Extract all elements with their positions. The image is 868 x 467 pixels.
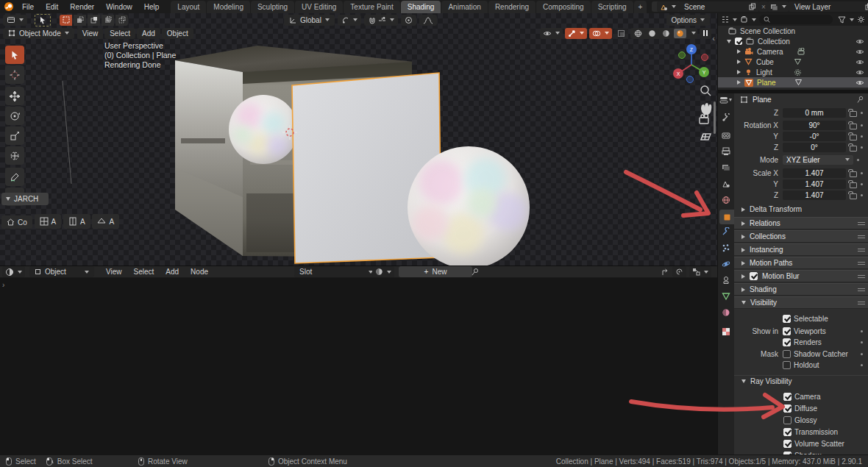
- options-dropdown[interactable]: Options: [666, 15, 710, 26]
- renders-checkbox[interactable]: [783, 338, 791, 346]
- collection-expand-arrow[interactable]: [727, 40, 731, 43]
- tab-scripting[interactable]: Scripting: [591, 1, 633, 13]
- tool-scale[interactable]: [5, 126, 24, 145]
- animate-dot[interactable]: [861, 341, 863, 343]
- jarch-window-button[interactable]: A: [63, 214, 90, 229]
- transform-orientation-dropdown[interactable]: Global: [284, 15, 335, 26]
- rotation-mode-dropdown[interactable]: XYZ Euler: [783, 155, 853, 165]
- ray-volume-scatter-checkbox[interactable]: [783, 440, 791, 448]
- tool-select-box[interactable]: [5, 46, 24, 64]
- viewport-scrollbar[interactable]: [714, 101, 716, 134]
- tab-tool[interactable]: [722, 113, 730, 122]
- snap-target-dropdown[interactable]: [338, 15, 361, 26]
- sidebar-collapse-arrow[interactable]: ‹: [712, 34, 715, 43]
- ray-glossy-checkbox[interactable]: [783, 416, 791, 424]
- xray-toggle[interactable]: [614, 28, 628, 39]
- tab-view-layer[interactable]: [722, 163, 730, 172]
- tab-sculpting[interactable]: Sculpting: [251, 1, 294, 13]
- rotation-y-field[interactable]: -0°: [783, 132, 846, 141]
- jarch-tab[interactable]: JARCH: [1, 193, 49, 205]
- menu-render[interactable]: Render: [64, 0, 100, 13]
- drag-handle-icon[interactable]: [858, 247, 865, 253]
- shading-options-chevron[interactable]: [691, 32, 696, 35]
- eye-icon[interactable]: [855, 79, 864, 86]
- lock-icon[interactable]: [850, 182, 857, 188]
- jarch-floor-button[interactable]: A: [35, 214, 62, 229]
- shader-type-dropdown[interactable]: Object: [29, 266, 94, 277]
- overlay-node-dropdown[interactable]: [689, 266, 711, 277]
- viewport-menu-object[interactable]: Object: [162, 28, 193, 39]
- snap-toggle-button[interactable]: [364, 15, 398, 26]
- viewport-menu-select[interactable]: Select: [104, 28, 135, 39]
- view-layer-name-field[interactable]: View Layer: [789, 1, 863, 12]
- drag-handle-icon[interactable]: [858, 234, 865, 240]
- tab-output[interactable]: [722, 147, 730, 156]
- outliner-row-light[interactable]: Light: [718, 67, 868, 77]
- scale-x-field[interactable]: 1.407: [783, 168, 846, 178]
- scene-copy-button[interactable]: [747, 1, 758, 12]
- expand-arrow-icon[interactable]: [737, 60, 741, 64]
- outliner-row-camera[interactable]: Camera: [718, 46, 868, 57]
- select-mode-invert-button[interactable]: [102, 15, 114, 26]
- tab-modifiers[interactable]: [722, 227, 730, 236]
- outliner-options-button[interactable]: [857, 15, 865, 24]
- panel-motion-paths[interactable]: Motion Paths: [734, 257, 868, 269]
- tab-layout[interactable]: Layout: [171, 1, 206, 13]
- sphere-small-object[interactable]: [229, 95, 298, 164]
- properties-editor-type-button[interactable]: [719, 96, 732, 104]
- proportional-editing-button[interactable]: [401, 15, 416, 26]
- show-gizmo-toggle[interactable]: [565, 28, 587, 39]
- drag-handle-icon[interactable]: [858, 300, 865, 306]
- shading-wireframe-button[interactable]: [632, 29, 644, 38]
- rotation-x-field[interactable]: 90°: [783, 121, 846, 130]
- animate-dot[interactable]: [861, 146, 863, 149]
- scene-name-field[interactable]: Scene: [679, 1, 747, 12]
- tab-scene[interactable]: [722, 179, 730, 188]
- lock-icon[interactable]: [850, 124, 857, 129]
- lock-icon[interactable]: [850, 111, 857, 117]
- tab-modeling[interactable]: Modeling: [207, 1, 250, 13]
- motion-blur-checkbox[interactable]: [750, 272, 758, 280]
- animate-dot[interactable]: [861, 112, 863, 114]
- outliner-search-input[interactable]: [759, 15, 833, 24]
- eye-icon[interactable]: [855, 49, 864, 55]
- show-overlays-toggle[interactable]: [589, 28, 612, 39]
- outliner-filter-dropdown[interactable]: [838, 16, 854, 24]
- pin-icon[interactable]: [856, 96, 864, 104]
- shader-menu-select[interactable]: Select: [128, 266, 160, 278]
- panel-visibility[interactable]: Visibility: [734, 296, 868, 309]
- expand-arrow-icon[interactable]: [737, 80, 741, 85]
- drag-handle-icon[interactable]: [858, 287, 865, 293]
- tab-material[interactable]: [722, 308, 730, 317]
- tab-constraints[interactable]: [722, 276, 730, 285]
- drag-handle-icon[interactable]: [858, 274, 865, 279]
- scale-z-field[interactable]: 1.407: [783, 190, 846, 200]
- rotation-z-field[interactable]: 0°: [783, 143, 846, 152]
- eye-icon[interactable]: [855, 69, 864, 76]
- lock-icon[interactable]: [850, 171, 857, 177]
- viewport-3d[interactable]: Z X Y: [0, 13, 717, 265]
- new-material-button[interactable]: + New: [399, 266, 472, 277]
- browse-material-button[interactable]: [372, 266, 394, 277]
- tab-particles[interactable]: [722, 243, 730, 252]
- sphere-large-object[interactable]: [408, 146, 530, 265]
- shader-menu-view[interactable]: View: [100, 266, 128, 278]
- drag-handle-icon[interactable]: [858, 221, 865, 227]
- jarch-co-button[interactable]: Co: [1, 215, 32, 229]
- panel-motion-blur[interactable]: Motion Blur: [734, 270, 868, 282]
- zoom-control-icon[interactable]: [701, 86, 711, 96]
- tab-uv-editing[interactable]: UV Editing: [295, 1, 343, 13]
- shader-menu-node[interactable]: Node: [185, 266, 214, 278]
- drag-handle-icon[interactable]: [858, 260, 865, 266]
- animate-dot[interactable]: [861, 330, 863, 332]
- animate-dot[interactable]: [861, 183, 863, 185]
- ray-transmission-checkbox[interactable]: [783, 428, 791, 436]
- scale-y-field[interactable]: 1.407: [783, 179, 846, 189]
- tab-animation[interactable]: Animation: [441, 1, 487, 13]
- select-mode-extend-button[interactable]: [74, 15, 86, 26]
- ray-diffuse-checkbox[interactable]: [783, 404, 791, 413]
- select-mode-intersect-button[interactable]: [115, 15, 128, 26]
- eye-icon[interactable]: [855, 38, 864, 45]
- lock-icon[interactable]: [850, 146, 857, 151]
- view-layer-copy-button[interactable]: [863, 1, 868, 12]
